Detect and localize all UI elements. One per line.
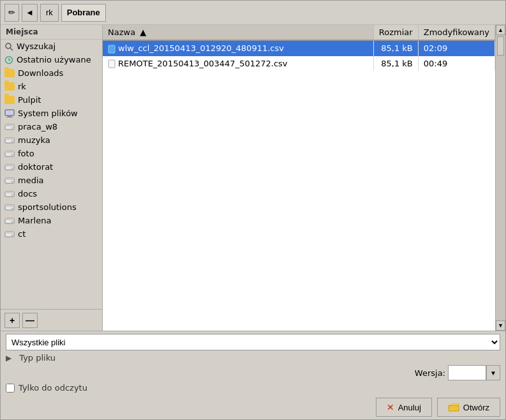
file-size-cell: 85,1 kB xyxy=(373,40,418,56)
search-icon xyxy=(4,42,13,51)
cancel-icon: ✕ xyxy=(387,402,394,412)
version-dropdown-button[interactable]: ▼ xyxy=(486,365,500,380)
readonly-checkbox[interactable] xyxy=(6,384,15,393)
sidebar-item-label: doktorat xyxy=(18,162,53,172)
svg-rect-21 xyxy=(5,178,14,180)
sidebar-item-label: muzyka xyxy=(18,135,50,145)
readonly-label: Tylko do odczytu xyxy=(19,383,87,393)
file-area: Nazwa ▲ Rozmiar Zmodyfikowany xyxy=(103,25,495,331)
version-row: Wersja: ▼ xyxy=(6,365,500,380)
open-folder-icon xyxy=(448,403,459,412)
sidebar-item-recent[interactable]: Ostatnio używane xyxy=(1,53,102,66)
file-modified-cell: 02:09 xyxy=(418,40,495,56)
svg-rect-9 xyxy=(5,124,14,126)
svg-rect-30 xyxy=(5,218,14,220)
sidebar-item-system[interactable]: System plików xyxy=(1,107,102,120)
bottom-area: Wszystkie plikiPliki CSVPliki tekstowe ▶… xyxy=(1,331,505,419)
filetype-row: ▶ Typ pliku xyxy=(6,353,500,363)
folder-icon xyxy=(4,69,15,77)
column-header-modified[interactable]: Zmodyfikowany xyxy=(418,25,495,40)
cancel-label: Anuluj xyxy=(398,403,421,412)
file-size-cell: 85,1 kB xyxy=(373,56,418,71)
drive-icon xyxy=(4,176,15,184)
column-header-name[interactable]: Nazwa ▲ xyxy=(103,25,373,40)
sidebar-list: Wyszukaj Ostatnio używane Downloads xyxy=(1,40,102,309)
sidebar-item-docs[interactable]: docs xyxy=(1,187,102,200)
file-filter-select[interactable]: Wszystkie plikiPliki CSVPliki tekstowe xyxy=(6,334,500,350)
drive-icon xyxy=(4,163,15,171)
svg-rect-12 xyxy=(5,138,14,140)
svg-point-28 xyxy=(11,208,13,209)
scroll-down-button[interactable]: ▼ xyxy=(496,320,505,331)
svg-point-16 xyxy=(11,154,13,156)
svg-rect-35 xyxy=(108,45,115,53)
sidebar-item-marlena[interactable]: Marlena xyxy=(1,214,102,227)
file-table: Nazwa ▲ Rozmiar Zmodyfikowany xyxy=(103,25,495,71)
computer-icon xyxy=(4,109,15,117)
sidebar-item-label: Downloads xyxy=(18,68,63,78)
svg-point-34 xyxy=(11,235,13,236)
scroll-up-button[interactable]: ▲ xyxy=(496,25,505,35)
column-header-size[interactable]: Rozmiar xyxy=(373,25,418,40)
sidebar: Miejsca Wyszukaj xyxy=(1,25,103,331)
drive-icon xyxy=(4,203,15,211)
sidebar-item-label: Ostatnio używane xyxy=(17,55,91,64)
toolbar: ✏ ◄ rk Pobrane xyxy=(1,1,505,25)
scroll-thumb[interactable] xyxy=(497,36,504,56)
svg-point-22 xyxy=(11,181,13,183)
drive-icon xyxy=(4,149,15,158)
scrollbar[interactable]: ▲ ▼ xyxy=(495,25,505,331)
scroll-track xyxy=(496,35,505,320)
sidebar-item-label: Wyszukaj xyxy=(17,41,56,51)
remove-bookmark-button[interactable]: — xyxy=(22,313,38,328)
parent-folder-button[interactable]: rk xyxy=(40,4,59,22)
cancel-button[interactable]: ✕ Anuluj xyxy=(376,398,432,417)
svg-point-0 xyxy=(6,43,11,49)
sidebar-footer: + — xyxy=(1,309,102,331)
sidebar-item-rk[interactable]: rk xyxy=(1,80,102,93)
sidebar-item-label: sportsolutions xyxy=(18,202,77,212)
sidebar-item-doktorat[interactable]: doktorat xyxy=(1,160,102,174)
drive-icon xyxy=(4,190,15,198)
file-name-cell: wlw_ccl_20150413_012920_480911.csv xyxy=(103,40,373,56)
sidebar-item-muzyka[interactable]: muzyka xyxy=(1,133,102,147)
svg-point-10 xyxy=(11,128,13,129)
action-row: ✕ Anuluj Otwórz xyxy=(6,398,500,417)
drive-icon xyxy=(4,123,15,131)
filter-row: Wszystkie plikiPliki CSVPliki tekstowe xyxy=(6,334,500,350)
sidebar-item-search[interactable]: Wyszukaj xyxy=(1,40,102,53)
file-list-scroll[interactable]: Nazwa ▲ Rozmiar Zmodyfikowany xyxy=(103,25,495,331)
table-row[interactable]: REMOTE_20150413_003447_501272.csv85,1 kB… xyxy=(103,56,495,71)
svg-rect-27 xyxy=(5,205,14,207)
sidebar-item-label: praca_w8 xyxy=(18,122,57,131)
sidebar-item-sportsolutions[interactable]: sportsolutions xyxy=(1,200,102,214)
sidebar-item-label: media xyxy=(18,176,44,185)
file-open-dialog: ✏ ◄ rk Pobrane Miejsca Wyszukaj xyxy=(0,0,506,420)
table-row[interactable]: wlw_ccl_20150413_012920_480911.csv85,1 k… xyxy=(103,40,495,56)
svg-point-13 xyxy=(11,141,13,142)
edit-button[interactable]: ✏ xyxy=(4,4,19,22)
sidebar-item-ct[interactable]: ct xyxy=(1,227,102,241)
current-folder-button[interactable]: Pobrane xyxy=(61,4,106,22)
sidebar-item-downloads[interactable]: Downloads xyxy=(1,66,102,80)
sidebar-item-pulpit[interactable]: Pulpit xyxy=(1,93,102,107)
sidebar-item-foto[interactable]: foto xyxy=(1,147,102,160)
back-button[interactable]: ◄ xyxy=(22,4,38,22)
sidebar-item-label: docs xyxy=(18,189,37,199)
sidebar-item-label: Pulpit xyxy=(18,95,41,105)
svg-rect-33 xyxy=(5,232,14,234)
folder-icon xyxy=(4,96,15,104)
open-button[interactable]: Otwórz xyxy=(437,398,500,417)
add-bookmark-button[interactable]: + xyxy=(4,313,20,328)
drive-icon xyxy=(4,136,15,144)
filetype-triangle-icon: ▶ xyxy=(6,354,11,363)
sidebar-item-media[interactable]: media xyxy=(1,174,102,187)
version-input[interactable] xyxy=(448,365,486,380)
svg-rect-37 xyxy=(449,405,459,411)
sidebar-item-praca[interactable]: praca_w8 xyxy=(1,120,102,133)
sort-arrow-icon: ▲ xyxy=(140,27,146,37)
folder-icon xyxy=(4,82,15,91)
sidebar-item-label: foto xyxy=(18,149,34,158)
recent-icon xyxy=(4,56,13,64)
svg-rect-7 xyxy=(6,117,13,117)
